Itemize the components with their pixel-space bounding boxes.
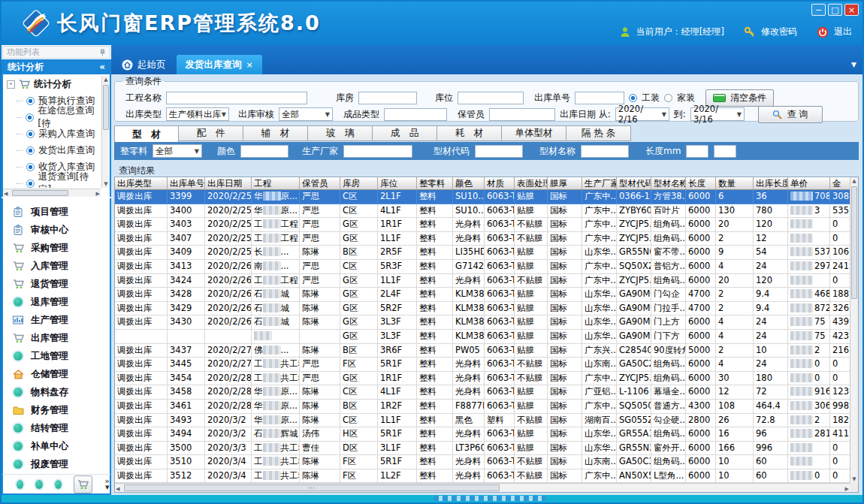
chevron-more-icon[interactable]: »▾ [104,478,110,490]
sidebar-menu-item[interactable]: 物料盘存 [3,383,110,401]
scroll-up-icon[interactable]: ▲ [102,76,110,83]
outbound-no-field[interactable] [575,92,624,104]
length-from-field[interactable] [686,145,708,158]
table-row[interactable]: G区3L3F整料KLM38176063-T5贴膜国标山东华...GA90M09.… [115,330,850,344]
table-header-cell[interactable]: 生产厂家 [582,177,617,190]
table-row[interactable]: 调拨出库35102020/3/4工共工程陈琳F区5R1F整料光身料6063-T5… [115,455,850,469]
table-header-cell[interactable]: 表面处理 [515,177,548,190]
table-row[interactable]: 调拨出库34452020/2/27工共工程严思F区5R1F整料光身料6063-T… [115,358,850,372]
table-row[interactable]: 调拨出库34582020/2/28华原...陈琳C区4L1F整料光身料6063-… [115,385,850,400]
scroll-left-icon[interactable]: ◀ [116,485,119,493]
sidebar-quick-icon[interactable] [35,480,42,489]
location-field[interactable] [458,92,524,104]
table-row[interactable]: 调拨出库34612020/2/28华原...陈琳B区1R2F整料F8877FT6… [115,400,850,414]
material-tab[interactable]: 单体型材 [502,125,566,141]
table-header-cell[interactable]: 出库日期 [205,177,252,190]
tree-expander-icon[interactable]: - [7,80,15,89]
material-tab[interactable]: 隔 热 条 [566,125,631,141]
table-row[interactable]: 调拨出库33992020/2/25华原...严思C区2L1F整料SU10...6… [115,190,850,204]
tree-item[interactable]: 采购入库查询 [6,125,101,142]
table-header-cell[interactable]: 出库类型 [115,177,168,190]
radio-jiazhuang[interactable] [664,94,672,102]
audit-select[interactable]: 全部▼ [279,107,333,121]
sidebar-menu-item[interactable]: 工地管理 [3,347,110,365]
profile-code-field[interactable] [475,145,523,158]
sidebar-menu-item[interactable]: 项目管理 [3,203,110,221]
sidebar-menu-item[interactable]: 审核中心 [3,221,110,239]
sidebar-menu-item[interactable]: 退货管理 [3,275,110,293]
table-header-cell[interactable]: 金 [830,177,850,190]
table-horizontal-scrollbar[interactable]: ◀ ▶ [115,483,850,492]
pin-icon[interactable] [99,49,106,56]
table-row[interactable]: 调拨出库34032020/2/25工工程严思G区1R1F整料光身料6063-T5… [115,218,850,232]
table-header-cell[interactable]: 单价 [788,177,830,190]
tree-item[interactable]: 退货查询[待定] [6,175,101,188]
table-row[interactable]: 调拨出库34002020/2/25华原...严思C区4L1F整料SU10...6… [115,204,850,219]
table-header-cell[interactable]: 颜色 [453,177,485,190]
table-header-cell[interactable]: 材质 [485,177,515,190]
date-to-select[interactable]: 2020/ 3/16▼ [690,107,745,121]
product-type-field[interactable] [384,108,447,121]
table-header-cell[interactable]: 工程 [252,177,300,190]
tree-horizontal-scrollbar[interactable]: ◀ ▶ [3,189,101,197]
table-row[interactable]: 调拨出库34942020/3/2石辉城汤伟H区5R1F整料光身料6063-T5贴… [115,427,850,442]
table-vertical-scrollbar[interactable]: ▲ ▼ [850,177,858,483]
sidebar-cart-button[interactable] [74,475,92,493]
outbound-type-select[interactable]: 生产领料出库▼ [166,107,229,121]
table-header-cell[interactable]: 保管员 [300,177,340,190]
table-header-cell[interactable]: 出库单号 [168,177,205,190]
minimize-button[interactable]: − [811,4,826,16]
material-tab[interactable]: 玻 璃 [308,125,373,141]
manufacturer-field[interactable] [343,145,412,158]
project-name-field[interactable] [166,92,307,104]
table-header-cell[interactable]: 型材代码 [617,177,651,190]
table-row[interactable]: 调拨出库34932020/3/2华原...陈琳C区1L1F整料黑色塑料不贴膜国标… [115,414,850,428]
table-header-cell[interactable]: 型材名称 [651,177,686,190]
tree-item[interactable]: 在途信息查询[待 [6,109,101,125]
table-row[interactable]: 调拨出库34282020/2/26石城陈琳G区2L4F整料KLM38176063… [115,288,850,302]
stats-section-header[interactable]: 统计分析 « [2,59,111,74]
table-row[interactable]: 调拨出库34072020/2/25工工程严思G区1L1F整料光身料6063-T5… [115,232,850,246]
scroll-down-icon[interactable]: ▼ [102,180,110,188]
table-row[interactable]: 调拨出库34372020/2/27佛...陈琳B区3R6F整料PW056063-… [115,344,850,358]
date-from-select[interactable]: 2020/ 2/16▼ [615,107,669,121]
collapse-icon[interactable]: « [99,62,105,72]
table-header-cell[interactable]: 库房 [340,177,378,190]
sidebar-menu-item[interactable]: 退库管理 [3,293,110,311]
sidebar-menu-item[interactable]: 结转管理 [3,419,110,437]
warehouse-field[interactable] [358,92,417,104]
tree-vertical-scrollbar[interactable]: ▲ ▼ [101,76,110,188]
material-tab[interactable]: 成 品 [373,125,437,141]
material-tab[interactable]: 耗 材 [437,125,502,141]
tree-root-item[interactable]: - 统计分析 [6,76,101,92]
sidebar-quick-icon[interactable] [55,480,62,489]
profile-name-field[interactable] [581,145,629,158]
table-row[interactable]: 调拨出库34542020/2/28工共工程严思G区1R1F整料光身料6063-T… [115,372,850,386]
sidebar-menu-item[interactable]: 采购管理 [3,239,110,257]
table-row[interactable]: 调拨出库34302020/2/26石城陈琳G区3L3F整料KLM38176063… [115,315,850,330]
scroll-left-icon[interactable]: ◀ [4,190,8,197]
tab-list-arrow-icon[interactable]: ▼ [851,61,856,68]
table-header-cell[interactable]: 长度 [686,177,716,190]
table-row[interactable]: 调拨出库34132020/2/26南...严思C区5R3F整料G71422606… [115,260,850,274]
logout-button[interactable]: 退出 [834,26,852,38]
material-tab[interactable]: 辅 材 [243,125,308,141]
table-row[interactable]: 调拨出库34092020/2/25长...陈琳B区2R5F整料LI35HD606… [115,246,850,260]
sidebar-menu-item[interactable]: 补单中心 [3,437,110,455]
table-header-cell[interactable]: 库位 [378,177,417,190]
tab-close-icon[interactable]: × [246,60,253,70]
keeper-field[interactable] [489,108,555,121]
search-button[interactable]: 查 询 [758,106,823,123]
scroll-right-icon[interactable]: ▶ [845,485,849,493]
radio-gongzhuang[interactable] [629,94,637,102]
table-header-cell[interactable]: 膜厚 [548,177,582,190]
sidebar-menu-item[interactable]: 出库管理 [3,329,110,347]
table-row[interactable]: 调拨出库34242020/2/26工工程严思G区1L1F整料光身料6063-T5… [115,274,850,288]
sidebar-menu-item[interactable]: 生产管理 [3,311,110,329]
tab-shipping-outbound-query[interactable]: 发货出库查询 × [177,55,262,74]
close-button[interactable]: × [844,4,859,16]
table-row[interactable]: 调拨出库34292020/2/26石城陈琳G区5R2F整料KLM38176063… [115,302,850,316]
tree-item[interactable]: 发货出库查询 [6,142,101,158]
length-to-field[interactable] [714,145,736,158]
change-password-button[interactable]: 修改密码 [761,26,797,38]
